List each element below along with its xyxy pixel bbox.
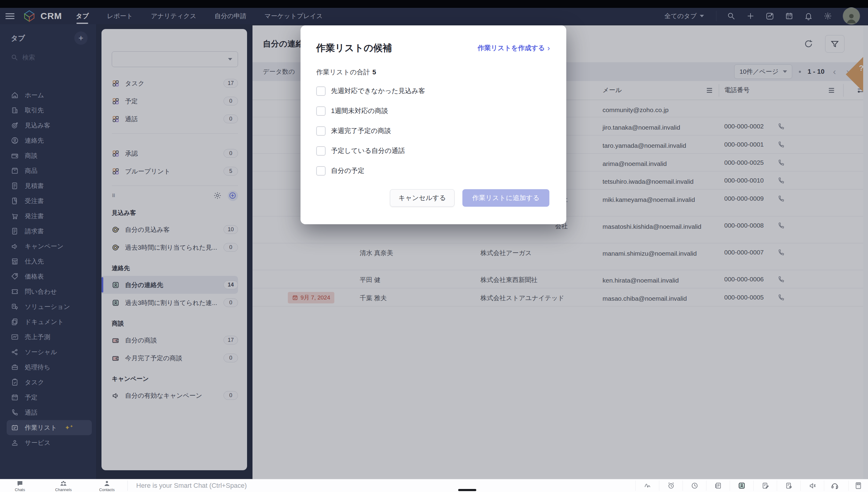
worklist-option[interactable]: 1週間未対応の商談	[316, 101, 550, 121]
docgear-icon[interactable]	[777, 481, 800, 491]
checkbox[interactable]	[316, 87, 325, 96]
smart-chat-bar: Chats Channels Contacts Here is your Sma…	[0, 479, 868, 492]
checkbox[interactable]	[316, 126, 325, 136]
bottombar-channels-button[interactable]: Channels	[51, 479, 76, 492]
channels-icon	[60, 480, 67, 487]
worklist-option[interactable]: 自分の予定	[316, 161, 550, 181]
option-label: 来週完了予定の商談	[331, 126, 391, 136]
create-worklist-label: 作業リストを作成する	[477, 44, 545, 53]
contactcard-icon[interactable]	[730, 481, 753, 491]
screen-letterbox	[0, 0, 868, 8]
add-to-worklist-button[interactable]: 作業リストに追加する	[463, 189, 549, 207]
chat-icon	[16, 480, 24, 487]
cancel-button[interactable]: キャンセルする	[390, 189, 454, 207]
worklist-option[interactable]: 来週完了予定の商談	[316, 121, 550, 141]
history-icon[interactable]	[683, 481, 706, 491]
contacts-icon	[103, 480, 110, 487]
bottombar-chats-button[interactable]: Chats	[8, 479, 32, 492]
checkbox[interactable]	[316, 166, 325, 176]
bottombar-contacts-button[interactable]: Contacts	[95, 479, 119, 492]
create-worklist-link[interactable]: 作業リストを作成する ›	[477, 44, 550, 53]
option-label: 自分の予定	[331, 166, 365, 175]
docedit-icon[interactable]	[753, 481, 777, 491]
zoho-crm-app: CRM タブレポートアナリティクス自分の申請マーケットプレイス 全てのタブ タブ…	[0, 0, 868, 492]
zia-icon[interactable]	[635, 481, 659, 491]
alarm-icon[interactable]	[659, 481, 683, 491]
option-label: 先週対応できなかった見込み客	[331, 87, 425, 96]
chevron-right-icon: ›	[547, 44, 550, 53]
worklist-option[interactable]: 予定している自分の通話	[316, 141, 550, 161]
option-label: 1週間未対応の商談	[331, 106, 388, 116]
calculator-icon[interactable]	[848, 481, 868, 491]
smart-chat-input[interactable]: Here is your Smart Chat (Ctrl+Space)	[136, 482, 247, 490]
headset-icon	[831, 482, 839, 490]
worklist-total: 作業リストの合計5	[300, 54, 566, 77]
announce-icon[interactable]	[800, 481, 824, 491]
modal-title: 作業リストの候補	[316, 42, 392, 54]
worklist-suggestions-modal: 作業リストの候補 作業リストを作成する › 作業リストの合計5 先週対応できなか…	[300, 25, 566, 224]
checkbox[interactable]	[316, 146, 325, 156]
option-label: 予定している自分の通話	[331, 146, 405, 155]
notes-icon[interactable]	[706, 481, 730, 491]
checkbox[interactable]	[316, 106, 325, 116]
worklist-total-count: 5	[372, 68, 376, 76]
worklist-option[interactable]: 先週対応できなかった見込み客	[316, 81, 550, 101]
support-button[interactable]	[824, 481, 848, 491]
window-resize-handle	[458, 489, 476, 491]
